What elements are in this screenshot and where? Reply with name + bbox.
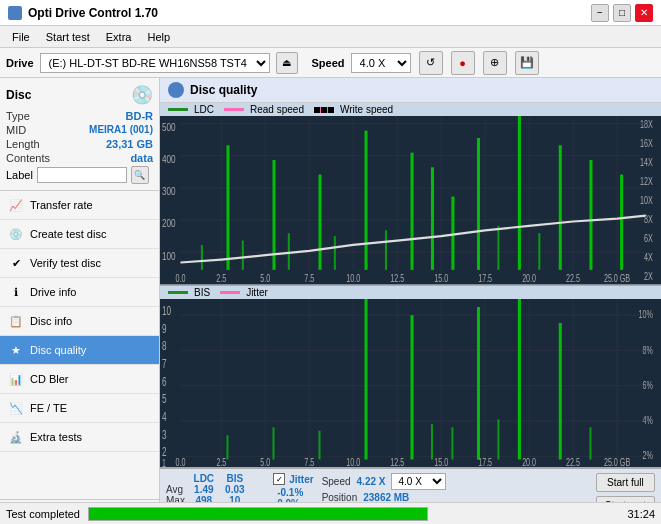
menu-extra[interactable]: Extra	[98, 29, 140, 45]
bottom-status-bar: Test completed 31:24	[0, 502, 661, 524]
svg-text:7.5: 7.5	[304, 455, 314, 467]
svg-text:16X: 16X	[640, 137, 653, 149]
speed-stat-value: 4.22 X	[357, 476, 386, 487]
svg-text:5.0: 5.0	[260, 272, 270, 284]
svg-text:400: 400	[162, 152, 176, 165]
svg-text:22.5: 22.5	[566, 272, 580, 284]
drive-select[interactable]: (E:) HL-DT-ST BD-RE WH16NS58 TST4	[40, 53, 270, 73]
maximize-button[interactable]: □	[613, 4, 631, 22]
svg-text:20.0: 20.0	[522, 455, 536, 467]
minimize-button[interactable]: −	[591, 4, 609, 22]
type-value: BD-R	[126, 110, 154, 122]
toolbar: Drive (E:) HL-DT-ST BD-RE WH16NS58 TST4 …	[0, 48, 661, 78]
length-value: 23,31 GB	[106, 138, 153, 150]
svg-text:18X: 18X	[640, 118, 653, 130]
nav-item-disc-info[interactable]: 📋 Disc info	[0, 307, 159, 336]
svg-text:8%: 8%	[642, 342, 653, 355]
fe-te-icon: 📉	[8, 400, 24, 416]
nav-item-extra-tests[interactable]: 🔬 Extra tests	[0, 423, 159, 452]
avg-ldc-value: 1.49	[187, 484, 220, 495]
svg-rect-33	[364, 131, 367, 270]
svg-text:2.5: 2.5	[216, 272, 226, 284]
speed-stat-select[interactable]: 4.0 X	[391, 473, 446, 490]
svg-rect-34	[411, 153, 414, 270]
svg-rect-42	[201, 245, 203, 270]
bis-legend-label: BIS	[194, 287, 210, 298]
content-icon	[168, 82, 184, 98]
start-full-button[interactable]: Start full	[596, 473, 655, 492]
svg-rect-93	[477, 307, 480, 459]
disc-icon: 💿	[131, 84, 153, 106]
extra-tests-label: Extra tests	[30, 431, 82, 443]
svg-text:7: 7	[162, 356, 167, 370]
svg-text:5.0: 5.0	[260, 455, 270, 467]
svg-text:5: 5	[162, 391, 167, 405]
svg-rect-46	[385, 230, 387, 270]
nav-item-verify-test-disc[interactable]: ✔ Verify test disc	[0, 249, 159, 278]
type-label: Type	[6, 110, 30, 122]
svg-text:25.0 GB: 25.0 GB	[604, 272, 630, 284]
refresh-button[interactable]: ↺	[419, 51, 443, 75]
svg-text:6: 6	[162, 373, 167, 387]
add-button[interactable]: ⊕	[483, 51, 507, 75]
svg-text:1: 1	[162, 456, 166, 467]
mid-value: MEIRA1 (001)	[89, 124, 153, 136]
svg-text:8: 8	[162, 338, 167, 352]
svg-rect-32	[318, 175, 321, 270]
svg-text:200: 200	[162, 217, 176, 230]
svg-rect-96	[226, 435, 228, 459]
eject-button[interactable]: ⏏	[276, 52, 298, 74]
transfer-rate-icon: 📈	[8, 197, 24, 213]
menu-file[interactable]: File	[4, 29, 38, 45]
chart2-svg: 10 9 8 7 6 5 4 3 2 1 10% 8% 6%	[160, 299, 661, 468]
svg-text:20.0: 20.0	[522, 272, 536, 284]
svg-text:9: 9	[162, 320, 167, 334]
jitter-checkbox[interactable]: ✓	[273, 473, 285, 485]
svg-text:10%: 10%	[639, 307, 654, 320]
nav-item-create-test-disc[interactable]: 💿 Create test disc	[0, 220, 159, 249]
transfer-rate-label: Transfer rate	[30, 199, 93, 211]
time-text: 31:24	[627, 508, 655, 520]
svg-text:22.5: 22.5	[566, 455, 580, 467]
svg-text:100: 100	[162, 249, 176, 262]
label-text: Label	[6, 169, 33, 181]
disc-info-label: Disc info	[30, 315, 72, 327]
nav-item-cd-bler[interactable]: 📊 CD Bler	[0, 365, 159, 394]
menu-help[interactable]: Help	[139, 29, 178, 45]
chart2-area: BIS Jitter 10 9 8 7	[160, 286, 661, 469]
content-area: Disc quality LDC Read speed	[160, 78, 661, 524]
nav-item-disc-quality[interactable]: ★ Disc quality	[0, 336, 159, 365]
svg-rect-30	[226, 145, 229, 270]
svg-text:25.0 GB: 25.0 GB	[604, 455, 630, 467]
disc-panel: Disc 💿 Type BD-R MID MEIRA1 (001) Length…	[0, 78, 159, 191]
drive-info-icon: ℹ	[8, 284, 24, 300]
close-button[interactable]: ✕	[635, 4, 653, 22]
menu-start-test[interactable]: Start test	[38, 29, 98, 45]
speed-label: Speed	[312, 57, 345, 69]
svg-text:500: 500	[162, 120, 176, 133]
label-search-button[interactable]: 🔍	[131, 166, 149, 184]
verify-test-disc-label: Verify test disc	[30, 257, 101, 269]
drive-info-label: Drive info	[30, 286, 76, 298]
avg-row-label: Avg	[166, 484, 187, 495]
svg-text:12.5: 12.5	[390, 455, 404, 467]
speed-select[interactable]: 4.0 X	[351, 53, 411, 73]
cd-bler-icon: 📊	[8, 371, 24, 387]
nav-item-transfer-rate[interactable]: 📈 Transfer rate	[0, 191, 159, 220]
svg-rect-99	[431, 424, 433, 459]
svg-rect-43	[242, 241, 244, 270]
svg-rect-45	[334, 236, 336, 270]
svg-rect-48	[538, 233, 540, 270]
svg-rect-98	[318, 430, 320, 459]
svg-text:17.5: 17.5	[478, 272, 492, 284]
chart1-area: LDC Read speed Write speed	[160, 103, 661, 286]
label-input[interactable]	[37, 167, 127, 183]
svg-text:2X: 2X	[644, 271, 653, 283]
cd-bler-label: CD Bler	[30, 373, 69, 385]
save-button[interactable]: 💾	[515, 51, 539, 75]
nav-item-drive-info[interactable]: ℹ Drive info	[0, 278, 159, 307]
svg-rect-100	[451, 427, 453, 459]
svg-rect-91	[364, 299, 367, 459]
record-button[interactable]: ●	[451, 51, 475, 75]
nav-item-fe-te[interactable]: 📉 FE / TE	[0, 394, 159, 423]
